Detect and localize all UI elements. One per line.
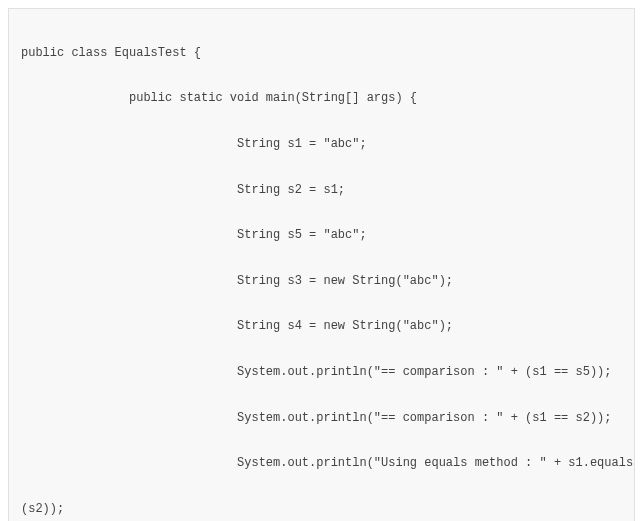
code-line: String s2 = s1; — [21, 179, 622, 202]
code-line: String s1 = "abc"; — [21, 133, 622, 156]
code-block: public class EqualsTest { public static … — [8, 8, 635, 521]
code-line: (s2)); — [21, 498, 622, 521]
code-line: System.out.println("Using equals method … — [21, 452, 622, 475]
code-line: String s5 = "abc"; — [21, 224, 622, 247]
code-line: String s4 = new String("abc"); — [21, 315, 622, 338]
code-line: String s3 = new String("abc"); — [21, 270, 622, 293]
code-line: public class EqualsTest { — [21, 42, 622, 65]
code-line: System.out.println("== comparison : " + … — [21, 407, 622, 430]
code-line: public static void main(String[] args) { — [21, 87, 622, 110]
code-line: System.out.println("== comparison : " + … — [21, 361, 622, 384]
